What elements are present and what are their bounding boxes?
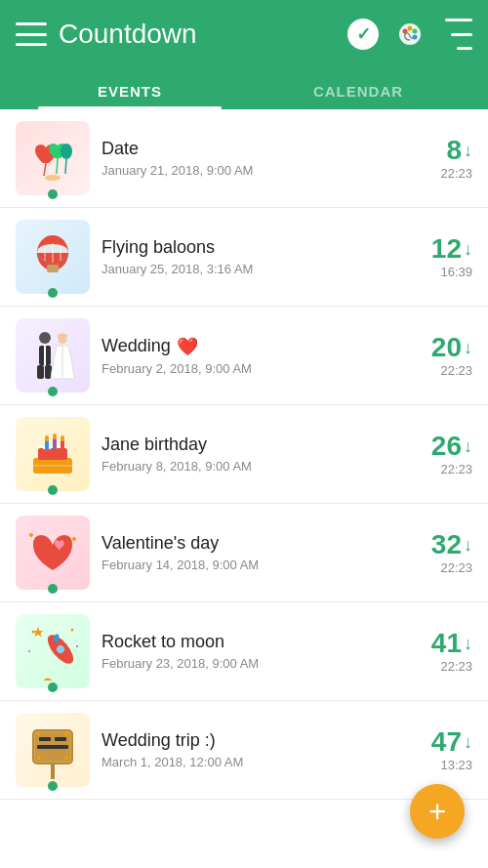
- event-date-valentines-day: February 14, 2018, 9:00 AM: [102, 558, 392, 572]
- svg-marker-38: [33, 627, 43, 637]
- event-item-wedding[interactable]: Wedding ❤️ February 2, 2018, 9:00 AM 20 …: [0, 307, 488, 405]
- event-date-wedding-trip: March 1, 2018, 12:00 AM: [102, 755, 392, 769]
- event-date-wedding: February 2, 2018, 9:00 AM: [102, 361, 392, 376]
- event-item-jane-birthday[interactable]: Jane birthday February 8, 2018, 9:00 AM …: [0, 405, 488, 504]
- check-circle-icon: [347, 19, 379, 50]
- app-title: Countdown: [59, 19, 336, 50]
- event-date-flying-baloons: January 25, 2018, 3:16 AM: [102, 262, 392, 276]
- add-event-button[interactable]: +: [410, 784, 465, 839]
- event-name-wedding: Wedding ❤️: [102, 336, 392, 357]
- svg-rect-11: [47, 265, 59, 272]
- event-date-rocket-to-moon: February 23, 2018, 9:00 AM: [102, 656, 392, 671]
- tab-bar: EVENTS CALENDAR: [16, 68, 472, 109]
- svg-point-51: [64, 756, 68, 760]
- event-item-flying-baloons[interactable]: Flying baloons January 25, 2018, 3:16 AM…: [0, 208, 488, 307]
- svg-point-49: [64, 732, 68, 736]
- event-list: Date January 21, 2018, 9:00 AM 8 ↓ 22:23: [0, 109, 488, 868]
- svg-rect-47: [51, 764, 55, 779]
- svg-point-36: [28, 650, 30, 652]
- event-image-valentines-day: [16, 516, 90, 590]
- svg-point-27: [53, 434, 57, 439]
- event-image-flying-baloons: [16, 220, 90, 294]
- svg-point-14: [39, 332, 51, 344]
- event-item-rocket-to-moon[interactable]: Rocket to moon February 23, 2018, 9:00 A…: [0, 602, 488, 701]
- svg-point-35: [71, 629, 74, 632]
- svg-line-6: [57, 158, 58, 174]
- event-name-date: Date: [102, 139, 392, 159]
- event-countdown-rocket-to-moon: 41 ↓ 22:23: [404, 630, 472, 674]
- event-countdown-date: 8 ↓ 22:23: [404, 137, 472, 181]
- svg-point-37: [76, 645, 78, 647]
- svg-rect-17: [37, 365, 44, 379]
- event-name-wedding-trip: Wedding trip :): [102, 730, 392, 751]
- svg-rect-45: [55, 737, 66, 741]
- event-item-date[interactable]: Date January 21, 2018, 9:00 AM 8 ↓ 22:23: [0, 109, 488, 208]
- tab-calendar[interactable]: CALENDAR: [244, 83, 472, 109]
- event-image-wedding-trip: [16, 713, 90, 787]
- event-date-date: January 21, 2018, 9:00 AM: [102, 163, 392, 178]
- svg-rect-23: [45, 440, 49, 450]
- tab-events[interactable]: EVENTS: [16, 83, 244, 109]
- svg-rect-44: [39, 737, 51, 741]
- app-header: Countdown E: [0, 0, 488, 109]
- event-countdown-valentines-day: 32 ↓ 22:23: [404, 531, 472, 575]
- sort-button[interactable]: [441, 19, 472, 50]
- svg-point-50: [37, 756, 41, 760]
- event-image-jane-birthday: [16, 417, 90, 491]
- svg-point-9: [45, 175, 61, 181]
- svg-point-28: [61, 435, 64, 441]
- check-done-button[interactable]: [347, 19, 379, 50]
- svg-rect-46: [37, 745, 68, 749]
- svg-point-40: [41, 676, 58, 681]
- event-name-flying-baloons: Flying baloons: [102, 237, 392, 258]
- event-countdown-jane-birthday: 26 ↓ 22:23: [404, 433, 472, 476]
- event-content-date: Date January 21, 2018, 9:00 AM: [90, 139, 404, 178]
- event-image-rocket-to-moon: [16, 614, 90, 688]
- svg-point-3: [413, 29, 418, 34]
- event-item-valentines-day[interactable]: Valentine's day February 14, 2018, 9:00 …: [0, 504, 488, 602]
- svg-point-2: [408, 26, 413, 31]
- event-countdown-wedding: 20 ↓ 22:23: [404, 334, 472, 378]
- event-item-wedding-trip[interactable]: Wedding trip :) March 1, 2018, 12:00 AM …: [0, 701, 488, 800]
- event-name-rocket-to-moon: Rocket to moon: [102, 632, 392, 652]
- svg-point-7: [61, 144, 72, 159]
- svg-line-8: [65, 159, 66, 174]
- svg-rect-24: [53, 438, 57, 450]
- event-name-valentines-day: Valentine's day: [102, 533, 392, 554]
- svg-line-5: [44, 163, 46, 176]
- event-image-date: [16, 121, 90, 195]
- palette-button[interactable]: [394, 19, 426, 50]
- event-countdown-wedding-trip: 47 ↓ 13:23: [404, 728, 472, 772]
- event-name-jane-birthday: Jane birthday: [102, 434, 392, 455]
- svg-rect-25: [61, 440, 64, 450]
- svg-point-48: [37, 732, 41, 736]
- svg-point-26: [45, 435, 49, 441]
- menu-icon[interactable]: [16, 22, 47, 46]
- event-image-wedding: [16, 318, 90, 393]
- event-countdown-flying-baloons: 12 ↓ 16:39: [404, 235, 472, 279]
- event-date-jane-birthday: February 8, 2018, 9:00 AM: [102, 459, 392, 474]
